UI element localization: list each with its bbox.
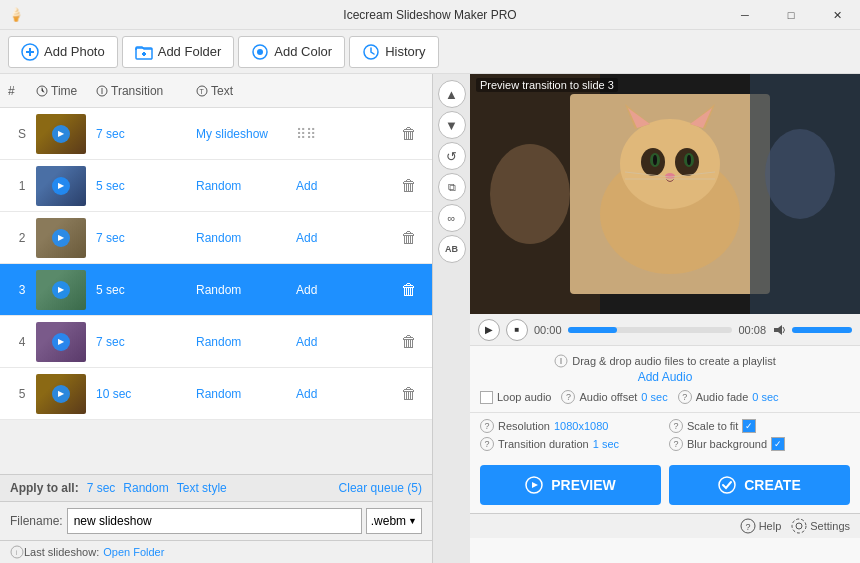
maximize-button[interactable]: □ bbox=[768, 0, 814, 30]
preview-image bbox=[470, 74, 860, 314]
text-overlay-button[interactable]: AB bbox=[438, 235, 466, 263]
svg-point-47 bbox=[796, 523, 802, 529]
thumbnail: ▶ bbox=[36, 218, 86, 258]
transition-value[interactable]: 1 sec bbox=[593, 438, 619, 450]
history-icon bbox=[362, 43, 380, 61]
apply-to-all-bar: Apply to all: 7 sec Random Text style Cl… bbox=[0, 474, 432, 501]
loop-button[interactable]: ∞ bbox=[438, 204, 466, 232]
audio-drop-zone[interactable]: Drag & drop audio files to create a play… bbox=[480, 354, 850, 384]
add-audio-link[interactable]: Add Audio bbox=[638, 370, 693, 384]
transition-icon bbox=[96, 85, 108, 97]
move-up-button[interactable]: ▲ bbox=[438, 80, 466, 108]
move-down-button[interactable]: ▼ bbox=[438, 111, 466, 139]
right-panel: Preview transition to slide 3 bbox=[470, 74, 860, 563]
clock-icon bbox=[36, 85, 48, 97]
scale-help-icon[interactable]: ? bbox=[669, 419, 683, 433]
svg-point-20 bbox=[620, 119, 720, 209]
offset-help-icon[interactable]: ? bbox=[561, 390, 575, 404]
audio-fade-value[interactable]: 0 sec bbox=[752, 391, 778, 403]
preview-button[interactable]: PREVIEW bbox=[480, 465, 661, 505]
add-photo-button[interactable]: Add Photo bbox=[8, 36, 118, 68]
history-button[interactable]: History bbox=[349, 36, 438, 68]
stop-button[interactable]: ■ bbox=[506, 319, 528, 341]
filename-bar: Filename: .webm ▼ bbox=[0, 501, 432, 540]
volume-slider[interactable] bbox=[792, 327, 852, 333]
extension-selector[interactable]: .webm ▼ bbox=[366, 508, 422, 534]
progress-bar[interactable] bbox=[568, 327, 733, 333]
resolution-setting: ? Resolution 1080x1080 bbox=[480, 419, 661, 433]
audio-offset-label: Audio offset bbox=[579, 391, 637, 403]
window-controls: ─ □ ✕ bbox=[722, 0, 860, 30]
fade-help-icon[interactable]: ? bbox=[678, 390, 692, 404]
table-row[interactable]: 3 ▶ 5 sec Random Add 🗑 bbox=[0, 264, 432, 316]
audio-fade-label: Audio fade bbox=[696, 391, 749, 403]
apply-time-link[interactable]: 7 sec bbox=[87, 481, 116, 495]
add-folder-button[interactable]: Add Folder bbox=[122, 36, 235, 68]
table-row[interactable]: S ▶ 7 sec My slideshow ⠿⠿ 🗑 bbox=[0, 108, 432, 160]
settings-link[interactable]: Settings bbox=[791, 518, 850, 534]
delete-button[interactable]: 🗑 bbox=[394, 177, 424, 195]
col-num: # bbox=[8, 84, 36, 98]
svg-point-48 bbox=[792, 519, 806, 533]
rotate-button[interactable]: ↺ bbox=[438, 142, 466, 170]
blur-label: Blur background bbox=[687, 438, 767, 450]
help-label: Help bbox=[759, 520, 782, 532]
volume-icon[interactable] bbox=[772, 323, 786, 337]
minimize-button[interactable]: ─ bbox=[722, 0, 768, 30]
time-current: 00:00 bbox=[534, 324, 562, 336]
clear-queue-link[interactable]: Clear queue (5) bbox=[339, 481, 422, 495]
svg-point-31 bbox=[665, 173, 675, 179]
loop-audio-checkbox[interactable] bbox=[480, 391, 493, 404]
duplicate-button[interactable]: ⧉ bbox=[438, 173, 466, 201]
blur-checkbox[interactable]: ✓ bbox=[771, 437, 785, 451]
add-color-button[interactable]: Add Color bbox=[238, 36, 345, 68]
table-header: # Time Transition T Text bbox=[0, 74, 432, 108]
settings-label: Settings bbox=[810, 520, 850, 532]
settings-section: ? Resolution 1080x1080 ? Scale to fit ✓ … bbox=[470, 413, 860, 457]
resolution-label: Resolution bbox=[498, 420, 550, 432]
resolution-value[interactable]: 1080x1080 bbox=[554, 420, 608, 432]
blur-help-icon[interactable]: ? bbox=[669, 437, 683, 451]
delete-button[interactable]: 🗑 bbox=[394, 125, 424, 143]
create-button[interactable]: CREATE bbox=[669, 465, 850, 505]
delete-button[interactable]: 🗑 bbox=[394, 333, 424, 351]
audio-options: Loop audio ? Audio offset 0 sec ? Audio … bbox=[480, 390, 850, 404]
filename-input[interactable] bbox=[67, 508, 362, 534]
add-photo-icon bbox=[21, 43, 39, 61]
svg-point-37 bbox=[490, 144, 570, 244]
resolution-help-icon[interactable]: ? bbox=[480, 419, 494, 433]
table-row[interactable]: 4 ▶ 7 sec Random Add 🗑 bbox=[0, 316, 432, 368]
create-check-icon bbox=[718, 476, 736, 494]
svg-text:i: i bbox=[16, 548, 18, 557]
svg-point-38 bbox=[765, 129, 835, 219]
delete-button[interactable]: 🗑 bbox=[394, 385, 424, 403]
play-button[interactable]: ▶ bbox=[478, 319, 500, 341]
audio-fade-option: ? Audio fade 0 sec bbox=[678, 390, 779, 404]
table-row[interactable]: 2 ▶ 7 sec Random Add 🗑 bbox=[0, 212, 432, 264]
add-color-label: Add Color bbox=[274, 44, 332, 59]
audio-offset-value[interactable]: 0 sec bbox=[641, 391, 667, 403]
drag-handle[interactable]: ⠿⠿ bbox=[296, 126, 394, 142]
apply-text-style-link[interactable]: Text style bbox=[177, 481, 227, 495]
open-folder-link[interactable]: Open Folder bbox=[103, 546, 164, 558]
scale-checkbox[interactable]: ✓ bbox=[742, 419, 756, 433]
table-row[interactable]: 5 ▶ 10 sec Random Add 🗑 bbox=[0, 368, 432, 420]
preview-play-icon bbox=[525, 476, 543, 494]
window-title: Icecream Slideshow Maker PRO bbox=[343, 8, 516, 22]
settings-icon bbox=[791, 518, 807, 534]
thumbnail: ▶ bbox=[36, 166, 86, 206]
close-button[interactable]: ✕ bbox=[814, 0, 860, 30]
delete-button[interactable]: 🗑 bbox=[394, 229, 424, 247]
help-link[interactable]: ? Help bbox=[740, 518, 782, 534]
apply-transition-link[interactable]: Random bbox=[123, 481, 168, 495]
table-body: S ▶ 7 sec My slideshow ⠿⠿ 🗑 1 bbox=[0, 108, 432, 474]
scale-label: Scale to fit bbox=[687, 420, 738, 432]
scale-setting: ? Scale to fit ✓ bbox=[669, 419, 850, 433]
table-row[interactable]: 1 ▶ 5 sec Random Add 🗑 bbox=[0, 160, 432, 212]
delete-button[interactable]: 🗑 bbox=[394, 281, 424, 299]
video-controls: ▶ ■ 00:00 00:08 bbox=[470, 314, 860, 346]
transition-help-icon[interactable]: ? bbox=[480, 437, 494, 451]
action-buttons: PREVIEW CREATE bbox=[470, 457, 860, 513]
thumbnail: ▶ bbox=[36, 270, 86, 310]
time-total: 00:08 bbox=[738, 324, 766, 336]
